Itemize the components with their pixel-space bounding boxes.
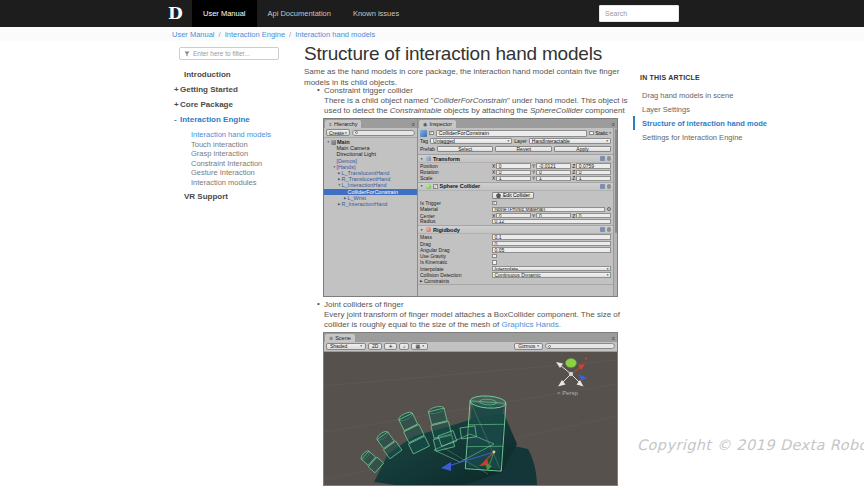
toc-item-drag-hand-models[interactable]: Drag hand models in scene [633,88,805,102]
collision-detection-dropdown[interactable]: Continuous Dynamic▾ [492,272,611,278]
foldout-arrow-icon[interactable]: ▼ [420,228,424,232]
mass-field[interactable]: 0.1 [492,234,611,240]
toc-item-layer-settings[interactable]: Layer Settings [633,102,805,116]
hierarchy-tab-icon: ≡ [329,121,332,127]
tree-item-label: R_TranslucentHand [342,176,391,182]
layer-dropdown[interactable]: HandInteractable▾ [529,138,611,144]
position-x-field[interactable]: 0 [496,163,531,169]
sidebar-item-interaction-engine[interactable]: -Interaction Engine [166,116,298,124]
gizmos-dropdown[interactable]: Gizmos▾ [514,343,543,350]
gear-icon[interactable] [607,184,612,189]
sidebar-item-label: Core Package [180,100,233,109]
scale-x-field[interactable]: 1 [496,176,531,182]
gear-icon[interactable] [607,227,612,232]
sphere-collider-header[interactable]: ▼ Sphere Collider [418,183,613,191]
hierarchy-tab[interactable]: ≡Hierarchy [325,120,361,128]
scene-search-input[interactable] [545,343,615,349]
material-field[interactable]: None (Physic Material) [492,207,605,213]
sidebar-item-touch-interaction[interactable]: Touch interaction [166,140,298,150]
y-axis-label: Y [532,163,535,169]
panel-menu-icon[interactable]: ≡ [412,121,415,127]
persp-label[interactable]: < Persp [557,390,579,396]
panel-menu-icon[interactable]: ≡ [612,121,615,127]
2d-toggle-button[interactable]: 2D [368,343,382,350]
is-trigger-checkbox[interactable] [492,201,497,206]
object-picker-icon[interactable] [607,207,611,211]
radius-field[interactable]: 0.12 [492,219,611,225]
toc-item-structure[interactable]: Structure of interaction hand mode [633,116,805,130]
sidebar-item-interaction-hand-models[interactable]: Interaction hand models [166,130,298,140]
foldout-arrow-icon[interactable]: ▼ [420,184,424,188]
sidebar-filter-input[interactable] [193,50,274,57]
graphics-hands-link[interactable]: Graphics Hands. [501,320,561,329]
y-axis-label: Y [532,175,535,181]
tag-dropdown[interactable]: Untagged▾ [430,138,512,144]
position-y-field[interactable]: -0.0121 [536,163,571,169]
scale-z-field[interactable]: 1 [576,176,611,182]
lighting-toggle-button[interactable]: ☀ [384,343,396,350]
help-book-icon[interactable] [600,227,605,232]
drag-field[interactable]: 0 [492,241,611,247]
panel-menu-icon[interactable]: ≡ [612,335,615,341]
gear-icon[interactable] [607,156,612,161]
active-checkbox[interactable] [429,131,434,136]
hierarchy-search-input[interactable] [352,130,415,136]
sphere-collider-icon [426,184,431,189]
scene-tab[interactable]: ⊛Scene [325,334,355,342]
tree-item-label: ColliderForConstrain [348,189,398,195]
expander-icon[interactable]: ▼ [326,140,331,144]
sidebar-item-introduction[interactable]: Introduction [166,71,298,79]
inspector-tab[interactable]: ◉Inspector [419,120,456,128]
rigidbody-header[interactable]: ▼ Rigidbody [418,226,613,234]
mass-row: Mass 0.1 [418,234,613,240]
is-kinematic-checkbox[interactable] [492,260,497,265]
dexta-logo[interactable]: D [168,3,183,23]
interpolate-dropdown[interactable]: Interpolate▾ [492,266,611,272]
breadcrumb-link[interactable]: Interaction hand models [295,30,375,39]
interpolate-label: Interpolate [420,266,492,272]
sidebar-item-interaction-modules[interactable]: Interaction modules [166,178,298,188]
component-enabled-checkbox[interactable] [433,184,438,189]
sidebar-item-core-package[interactable]: +Core Package [166,101,298,109]
sidebar-item-vr-support[interactable]: VR Support [166,193,298,201]
inspector-scrollbar[interactable] [613,128,617,296]
sidebar-item-getting-started[interactable]: +Getting Started [166,86,298,94]
toc-item-settings-interaction-engine[interactable]: Settings for Interaction Engine [633,130,805,144]
prefab-select-button[interactable]: Select [437,146,494,153]
static-toggle[interactable]: Static▾ [589,130,611,136]
sidebar-item-grasp-interaction[interactable]: Grasp interaction [166,149,298,159]
prefab-revert-button[interactable]: Revert [495,146,552,153]
angular-drag-field[interactable]: 0.05 [492,247,611,253]
foldout-arrow-icon[interactable]: ▼ [420,157,424,161]
create-button[interactable]: Create▾ [326,129,350,136]
center-x-field[interactable]: 0 [496,213,531,219]
breadcrumb-link[interactable]: Interaction Engine [225,30,285,39]
sidebar-item-constraint-interaction[interactable]: Constraint Interaction [166,159,298,169]
draw-mode-dropdown[interactable]: Shaded▾ [326,343,366,350]
scene-viewport[interactable]: < Persp [324,352,617,486]
search-input[interactable] [599,5,679,22]
scale-y-field[interactable]: 1 [536,176,571,182]
audio-toggle-button[interactable]: ♪ [399,343,410,350]
sidebar-item-gesture-interaction[interactable]: Gesture Interaction [166,168,298,178]
breadcrumb-link[interactable]: User Manual [172,30,215,39]
nav-tab-api-documentation[interactable]: Api Documentation [257,0,342,27]
position-z-field[interactable]: 0.0759 [576,163,611,169]
center-y-field[interactable]: 0 [536,213,571,219]
static-checkbox[interactable] [589,131,594,136]
object-name-field[interactable]: ColliderForConstrain [436,130,588,137]
constraints-row[interactable]: ▶ Constraints [418,278,613,284]
tree-item-r-interactionhand[interactable]: ▶R_InteractionHand [324,201,417,207]
prefab-apply-button[interactable]: Apply [554,146,611,153]
edit-collider-button[interactable]: Edit Collider [492,192,534,200]
orientation-gizmo[interactable] [556,357,587,386]
help-book-icon[interactable] [600,184,605,189]
nav-tab-known-issues[interactable]: Known issues [342,0,410,27]
chevron-down-icon: ▾ [607,267,609,271]
center-z-field[interactable]: 0 [576,213,611,219]
help-book-icon[interactable] [600,156,605,161]
use-gravity-checkbox[interactable] [492,254,497,259]
effects-dropdown-button[interactable]: ▦▾ [411,343,428,350]
nav-tab-user-manual[interactable]: User Manual [192,0,257,27]
transform-header[interactable]: ▼ Transform [418,155,613,163]
